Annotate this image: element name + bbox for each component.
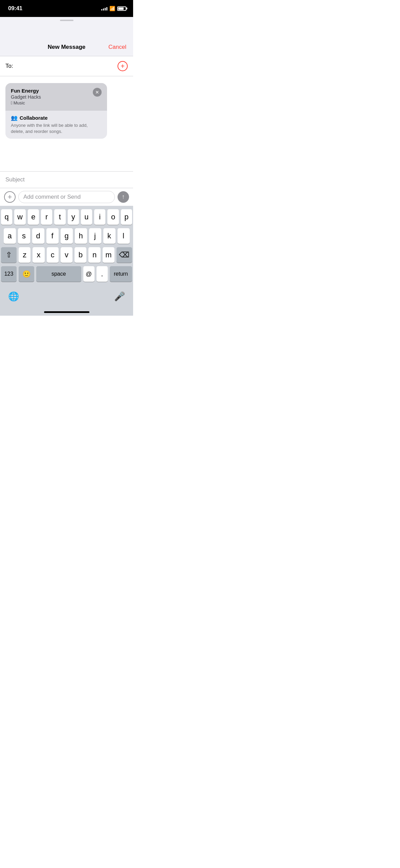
globe-icon[interactable]: 🌐 bbox=[8, 291, 19, 302]
emoji-key[interactable]: 🙂 bbox=[19, 266, 34, 282]
collaborate-icon: 👥 bbox=[11, 115, 18, 121]
drag-handle-area bbox=[0, 17, 133, 26]
home-bar bbox=[44, 311, 89, 313]
subject-placeholder: Subject bbox=[5, 176, 25, 183]
cancel-button[interactable]: Cancel bbox=[108, 44, 126, 51]
key-s[interactable]: s bbox=[18, 228, 30, 244]
key-v[interactable]: v bbox=[61, 247, 72, 263]
key-t[interactable]: t bbox=[54, 209, 65, 225]
nav-title: New Message bbox=[48, 44, 86, 51]
key-k[interactable]: k bbox=[103, 228, 115, 244]
at-key[interactable]: @ bbox=[83, 266, 94, 282]
send-button[interactable]: ↑ bbox=[118, 191, 129, 203]
attachment-area: Fun Energy Gadget Hacks  Music ✕ 👥 Coll… bbox=[0, 79, 133, 143]
input-toolbar: + Add comment or Send ↑ bbox=[0, 188, 133, 206]
collaborate-description: Anyone with the link will be able to add… bbox=[11, 122, 102, 135]
keyboard-row-1: q w e r t y u i o p bbox=[1, 209, 132, 225]
key-d[interactable]: d bbox=[32, 228, 44, 244]
attachment-source:  Music bbox=[11, 100, 90, 105]
collaborate-title: 👥 Collaborate bbox=[11, 115, 102, 121]
comment-placeholder: Add comment or Send bbox=[23, 194, 81, 200]
keyboard-row-2: a s d f g h j k l bbox=[1, 228, 132, 244]
key-n[interactable]: n bbox=[88, 247, 100, 263]
attachment-subtitle: Gadget Hacks bbox=[11, 94, 90, 100]
battery-icon bbox=[117, 6, 126, 11]
attachment-collaborate: 👥 Collaborate Anyone with the link will … bbox=[5, 111, 107, 139]
attachment-title: Fun Energy bbox=[11, 88, 90, 94]
attachment-info: Fun Energy Gadget Hacks  Music bbox=[11, 88, 90, 105]
attachment-source-text: Music bbox=[14, 100, 25, 105]
message-body[interactable]: Fun Energy Gadget Hacks  Music ✕ 👥 Coll… bbox=[0, 76, 133, 171]
key-c[interactable]: c bbox=[47, 247, 59, 263]
close-attachment-button[interactable]: ✕ bbox=[93, 88, 102, 97]
keyboard-row-3: ⇧ z x c v b n m ⌫ bbox=[1, 247, 132, 263]
comment-input[interactable]: Add comment or Send bbox=[18, 191, 115, 203]
key-e[interactable]: e bbox=[28, 209, 39, 225]
key-y[interactable]: y bbox=[68, 209, 79, 225]
return-key[interactable]: return bbox=[110, 266, 132, 282]
key-o[interactable]: o bbox=[107, 209, 119, 225]
to-field: To: + bbox=[0, 56, 133, 76]
key-l[interactable]: l bbox=[118, 228, 130, 244]
key-j[interactable]: j bbox=[89, 228, 101, 244]
period-key[interactable]: . bbox=[97, 266, 108, 282]
key-r[interactable]: r bbox=[41, 209, 52, 225]
signal-icon bbox=[101, 6, 107, 11]
space-key[interactable]: space bbox=[36, 266, 81, 282]
key-x[interactable]: x bbox=[33, 247, 44, 263]
send-arrow-icon: ↑ bbox=[122, 193, 125, 200]
key-f[interactable]: f bbox=[46, 228, 59, 244]
key-u[interactable]: u bbox=[81, 209, 92, 225]
home-indicator-area bbox=[0, 304, 133, 316]
key-p[interactable]: p bbox=[121, 209, 132, 225]
key-a[interactable]: a bbox=[4, 228, 16, 244]
attachment-header: Fun Energy Gadget Hacks  Music ✕ bbox=[5, 83, 107, 110]
wifi-icon: 📶 bbox=[109, 6, 115, 11]
add-attachment-button[interactable]: + bbox=[4, 191, 16, 203]
keyboard: q w e r t y u i o p a s d f g h j k l ⇧ … bbox=[0, 206, 133, 287]
key-h[interactable]: h bbox=[75, 228, 87, 244]
key-q[interactable]: q bbox=[1, 209, 12, 225]
shift-key[interactable]: ⇧ bbox=[1, 247, 17, 263]
key-w[interactable]: w bbox=[14, 209, 25, 225]
bottom-toolbar: 🌐 🎤 bbox=[0, 287, 133, 304]
key-b[interactable]: b bbox=[75, 247, 86, 263]
status-time: 09:41 bbox=[8, 5, 22, 12]
subject-field[interactable]: Subject bbox=[0, 171, 133, 188]
status-icons: 📶 bbox=[101, 6, 126, 11]
drag-handle bbox=[60, 20, 73, 21]
nav-bar: New Message Cancel bbox=[0, 26, 133, 56]
attachment-card: Fun Energy Gadget Hacks  Music ✕ 👥 Coll… bbox=[5, 83, 107, 139]
key-z[interactable]: z bbox=[19, 247, 30, 263]
key-g[interactable]: g bbox=[61, 228, 73, 244]
collaborate-label: Collaborate bbox=[20, 115, 48, 121]
delete-key[interactable]: ⌫ bbox=[117, 247, 132, 263]
microphone-icon[interactable]: 🎤 bbox=[114, 291, 125, 302]
status-bar: 09:41 📶 bbox=[0, 0, 133, 17]
keyboard-row-4: 123 🙂 space @ . return bbox=[1, 266, 132, 282]
to-label: To: bbox=[5, 63, 15, 70]
key-m[interactable]: m bbox=[103, 247, 114, 263]
apple-logo-icon:  bbox=[11, 100, 13, 105]
add-recipient-button[interactable]: + bbox=[118, 61, 128, 71]
numbers-key[interactable]: 123 bbox=[1, 266, 17, 282]
key-i[interactable]: i bbox=[94, 209, 105, 225]
